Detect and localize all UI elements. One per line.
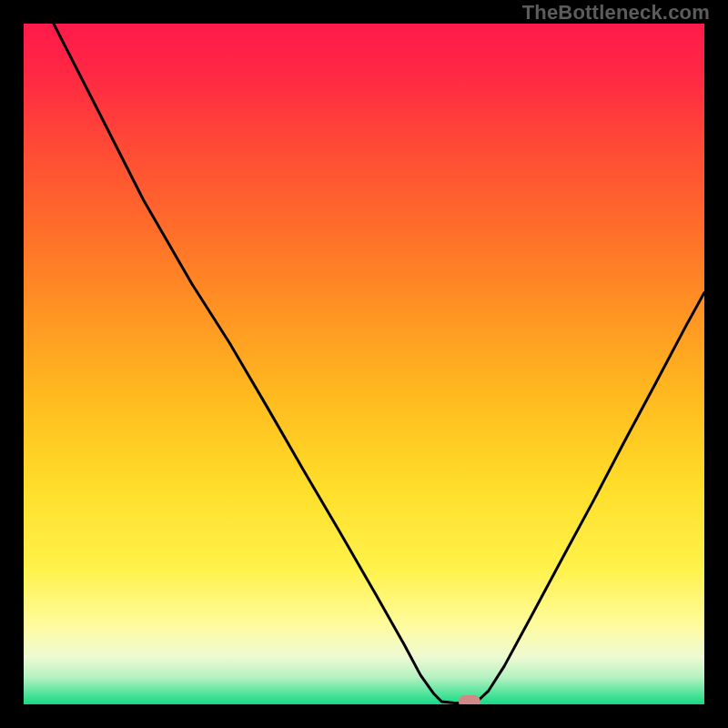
optimal-point-marker bbox=[459, 695, 480, 704]
watermark-text: TheBottleneck.com bbox=[522, 1, 710, 25]
background-gradient bbox=[24, 24, 704, 704]
chart-container: TheBottleneck.com bbox=[0, 0, 728, 728]
svg-rect-0 bbox=[24, 24, 704, 704]
plot-area bbox=[24, 24, 704, 704]
